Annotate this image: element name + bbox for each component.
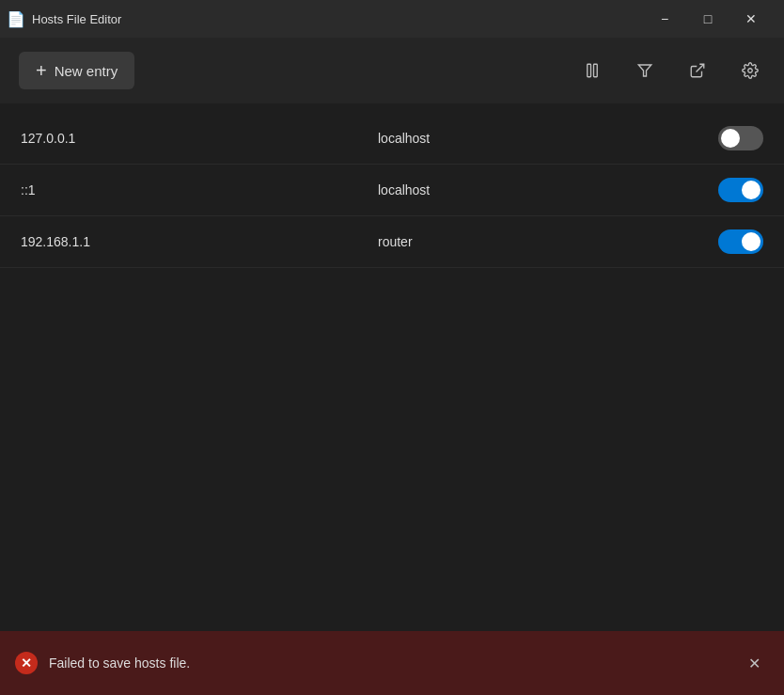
new-entry-button[interactable]: + New entry	[19, 52, 134, 89]
filter-icon	[636, 62, 653, 79]
host-toggle[interactable]	[718, 126, 763, 150]
app-icon: 📄	[8, 10, 24, 27]
host-ip: ::1	[21, 182, 378, 197]
toggle-thumb	[742, 232, 760, 251]
maximize-button[interactable]: □	[686, 4, 729, 34]
hosts-list: 127.0.0.1localhost::1localhost192.168.1.…	[0, 103, 784, 631]
filter-icon-button[interactable]	[630, 55, 660, 86]
new-entry-label: New entry	[55, 63, 118, 79]
app-title: Hosts File Editor	[32, 12, 121, 26]
host-row[interactable]: 192.168.1.1router	[0, 216, 784, 268]
error-bar: ✕ Failed to save hosts file. ✕	[0, 631, 784, 695]
host-ip: 127.0.0.1	[21, 131, 378, 146]
minimize-button[interactable]: −	[643, 4, 686, 34]
settings-icon-button[interactable]	[735, 55, 765, 86]
host-hostname: localhost	[378, 131, 718, 146]
host-ip: 192.168.1.1	[21, 234, 378, 249]
error-icon: ✕	[15, 652, 38, 674]
svg-rect-0	[588, 64, 591, 77]
host-toggle[interactable]	[718, 178, 763, 202]
toggle-thumb	[742, 181, 760, 199]
view-icon-button[interactable]	[577, 55, 607, 86]
host-hostname: localhost	[378, 182, 718, 197]
host-row[interactable]: 127.0.0.1localhost	[0, 113, 784, 165]
title-bar-left: 📄 Hosts File Editor	[8, 10, 121, 27]
settings-icon	[742, 62, 759, 79]
svg-marker-2	[638, 65, 651, 76]
toolbar-icons	[577, 55, 765, 86]
view-icon	[584, 62, 601, 79]
plus-icon: +	[36, 61, 47, 80]
host-row[interactable]: ::1localhost	[0, 165, 784, 216]
svg-line-3	[697, 64, 704, 71]
error-close-button[interactable]: ✕	[739, 648, 769, 678]
export-icon	[689, 62, 706, 79]
export-icon-button[interactable]	[682, 55, 713, 86]
error-message: Failed to save hosts file.	[49, 656, 728, 671]
host-hostname: router	[378, 234, 718, 249]
toggle-thumb	[721, 129, 740, 148]
toolbar: + New entry	[0, 38, 784, 103]
svg-point-4	[748, 69, 753, 73]
title-bar: 📄 Hosts File Editor − □ ✕	[0, 0, 784, 38]
window-controls: − □ ✕	[643, 4, 773, 34]
close-button[interactable]: ✕	[729, 4, 773, 34]
svg-rect-1	[594, 64, 598, 77]
host-toggle[interactable]	[718, 229, 763, 254]
